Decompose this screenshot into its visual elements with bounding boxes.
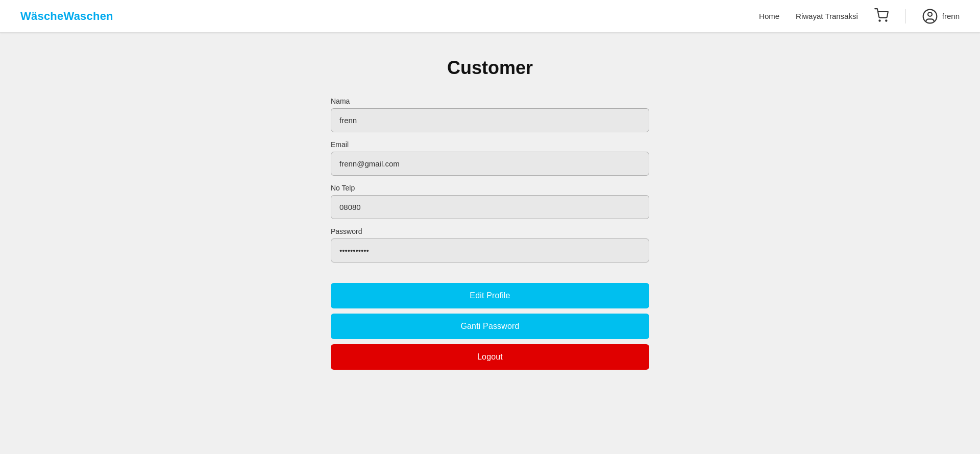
header: WäscheWaschen Home Riwayat Transaksi fre… — [0, 0, 980, 33]
password-input[interactable] — [331, 238, 649, 262]
user-info[interactable]: frenn — [922, 8, 960, 25]
nav-right: Home Riwayat Transaksi frenn — [759, 8, 960, 25]
user-name: frenn — [942, 12, 960, 20]
cart-icon[interactable] — [874, 8, 889, 25]
password-field-group: Password — [331, 227, 649, 262]
phone-label: No Telp — [331, 184, 649, 192]
change-password-button[interactable]: Ganti Password — [331, 314, 649, 339]
svg-point-3 — [928, 12, 932, 16]
page-title: Customer — [447, 57, 533, 79]
form-container: Nama Email No Telp Password Edit Profile… — [331, 97, 649, 370]
svg-point-1 — [886, 20, 887, 21]
logo: WäscheWaschen — [20, 10, 113, 23]
edit-profile-button[interactable]: Edit Profile — [331, 283, 649, 308]
phone-input[interactable] — [331, 195, 649, 219]
svg-point-0 — [879, 20, 880, 21]
phone-field-group: No Telp — [331, 184, 649, 219]
nav-home[interactable]: Home — [759, 12, 779, 20]
logout-button[interactable]: Logout — [331, 344, 649, 370]
nav-divider — [905, 9, 905, 23]
password-label: Password — [331, 227, 649, 235]
buttons-section: Edit Profile Ganti Password Logout — [331, 283, 649, 370]
email-field-group: Email — [331, 140, 649, 176]
email-label: Email — [331, 140, 649, 149]
email-input[interactable] — [331, 152, 649, 176]
nav-transactions[interactable]: Riwayat Transaksi — [796, 12, 858, 20]
nav-links: Home Riwayat Transaksi — [759, 12, 858, 20]
name-input[interactable] — [331, 108, 649, 132]
main-content: Customer Nama Email No Telp Password Edi… — [0, 33, 980, 400]
user-avatar-icon — [922, 8, 938, 25]
name-field-group: Nama — [331, 97, 649, 132]
name-label: Nama — [331, 97, 649, 105]
